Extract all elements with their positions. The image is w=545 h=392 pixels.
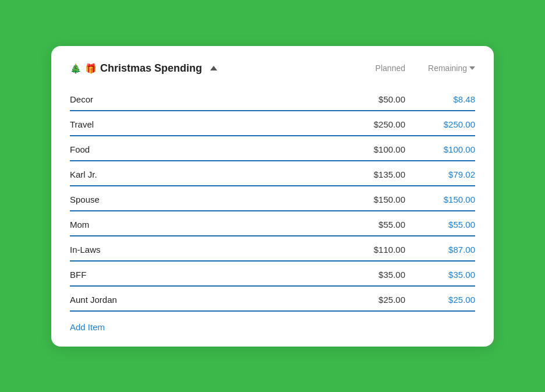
- table-row[interactable]: In-Laws$110.00$87.00: [70, 236, 475, 262]
- item-name: BFF: [70, 270, 335, 280]
- item-name: Spouse: [70, 195, 335, 204]
- card-header: 🎄 🎁 Christmas Spending Planned Remaining: [70, 62, 475, 75]
- item-name: Mom: [70, 220, 335, 229]
- item-planned: $110.00: [335, 245, 405, 255]
- item-name: Aunt Jordan: [70, 295, 335, 305]
- header-left: 🎄 🎁 Christmas Spending: [70, 62, 217, 75]
- collapse-icon[interactable]: [210, 66, 217, 70]
- gift-emoji: 🎁: [85, 63, 97, 74]
- table-row[interactable]: Mom$55.00$55.00: [70, 211, 475, 236]
- item-planned: $250.00: [335, 119, 405, 129]
- item-remaining: $100.00: [405, 144, 475, 154]
- page-title: Christmas Spending: [100, 62, 202, 75]
- item-name: Travel: [70, 119, 335, 129]
- add-item-button[interactable]: Add Item: [70, 322, 105, 332]
- item-name: Food: [70, 144, 335, 154]
- item-name: In-Laws: [70, 245, 335, 255]
- item-remaining: $250.00: [405, 119, 475, 129]
- item-remaining: $79.02: [405, 169, 475, 179]
- item-planned: $55.00: [335, 220, 405, 229]
- item-planned: $150.00: [335, 195, 405, 204]
- item-remaining: $35.00: [405, 270, 475, 280]
- item-remaining: $8.48: [405, 94, 475, 104]
- item-name: Decor: [70, 94, 335, 104]
- item-remaining: $150.00: [405, 195, 475, 204]
- table-row[interactable]: Decor$50.00$8.48: [70, 86, 475, 111]
- table-row[interactable]: Spouse$150.00$150.00: [70, 186, 475, 211]
- item-name: Karl Jr.: [70, 169, 335, 179]
- spending-card: 🎄 🎁 Christmas Spending Planned Remaining…: [51, 46, 494, 347]
- column-headers: Planned Remaining: [335, 63, 475, 73]
- items-table: Decor$50.00$8.48Travel$250.00$250.00Food…: [70, 86, 475, 312]
- table-row[interactable]: Travel$250.00$250.00: [70, 111, 475, 136]
- table-row[interactable]: Karl Jr.$135.00$79.02: [70, 161, 475, 186]
- table-row[interactable]: BFF$35.00$35.00: [70, 262, 475, 287]
- item-planned: $25.00: [335, 295, 405, 305]
- item-planned: $100.00: [335, 144, 405, 154]
- sort-icon[interactable]: [469, 66, 475, 70]
- item-planned: $35.00: [335, 270, 405, 280]
- table-row[interactable]: Aunt Jordan$25.00$25.00: [70, 287, 475, 312]
- item-remaining: $25.00: [405, 295, 475, 305]
- table-row[interactable]: Food$100.00$100.00: [70, 136, 475, 161]
- item-remaining: $87.00: [405, 245, 475, 255]
- planned-header: Planned: [335, 63, 405, 73]
- item-planned: $135.00: [335, 169, 405, 179]
- remaining-header: Remaining: [405, 63, 475, 73]
- item-remaining: $55.00: [405, 220, 475, 229]
- item-planned: $50.00: [335, 94, 405, 104]
- tree-emoji: 🎄: [70, 63, 82, 74]
